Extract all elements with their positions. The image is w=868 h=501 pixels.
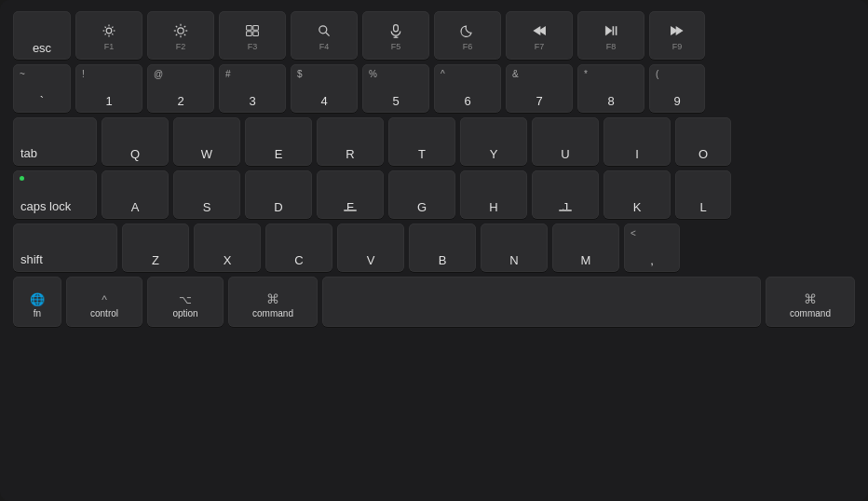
key-d[interactable]: D bbox=[245, 170, 312, 219]
key-i[interactable]: I bbox=[604, 117, 671, 166]
f4-label: F4 bbox=[319, 42, 330, 51]
svg-marker-33 bbox=[676, 27, 682, 34]
key-f4[interactable]: F4 bbox=[291, 11, 358, 60]
key-shift-left[interactable]: shift bbox=[13, 223, 117, 272]
key-b[interactable]: B bbox=[409, 223, 476, 272]
key-3[interactable]: # 3 bbox=[219, 64, 286, 113]
option-symbol-icon: ⌥ bbox=[179, 293, 192, 306]
keyboard: esc F1 bbox=[0, 0, 868, 501]
svg-line-8 bbox=[105, 34, 106, 34]
key-h[interactable]: H bbox=[460, 170, 527, 219]
key-option[interactable]: ⌥ option bbox=[147, 277, 224, 327]
key-control[interactable]: ^ control bbox=[66, 277, 142, 327]
mission-control-icon bbox=[245, 23, 260, 38]
f2-label: F2 bbox=[176, 42, 186, 51]
key-g[interactable]: G bbox=[388, 170, 455, 219]
key-j[interactable]: J bbox=[532, 170, 599, 219]
qwerty-row: tab Q W E R T Y U I O bbox=[13, 117, 855, 166]
l-label: L bbox=[699, 200, 706, 214]
fn-label: fn bbox=[34, 308, 41, 318]
x-label: X bbox=[224, 253, 232, 267]
key-2-bottom: 2 bbox=[177, 94, 183, 108]
q-label: Q bbox=[130, 147, 140, 161]
key-n[interactable]: N bbox=[481, 223, 548, 272]
key-e[interactable]: E bbox=[245, 117, 312, 166]
svg-point-9 bbox=[178, 28, 183, 34]
control-label: control bbox=[90, 308, 118, 318]
key-9-bottom: 9 bbox=[673, 94, 680, 108]
svg-marker-29 bbox=[605, 26, 611, 35]
key-l[interactable]: L bbox=[675, 170, 731, 219]
j-label: J bbox=[563, 200, 569, 214]
key-capslock[interactable]: caps lock bbox=[13, 170, 97, 219]
key-q[interactable]: Q bbox=[102, 117, 169, 166]
key-k[interactable]: K bbox=[604, 170, 671, 219]
key-f2[interactable]: F2 bbox=[147, 11, 214, 60]
zxcv-row: shift Z X C V B N M < , bbox=[13, 223, 855, 272]
key-5[interactable]: % 5 bbox=[362, 64, 429, 113]
key-f3[interactable]: F3 bbox=[219, 11, 286, 60]
key-f6[interactable]: F6 bbox=[434, 11, 501, 60]
m-label: M bbox=[581, 253, 591, 267]
key-backtick[interactable]: ~ ` bbox=[13, 64, 71, 113]
key-fn[interactable]: 🌐 fn bbox=[13, 277, 61, 327]
key-s[interactable]: S bbox=[173, 170, 240, 219]
f9-label: F9 bbox=[672, 42, 683, 51]
key-command-right[interactable]: ⌘ command bbox=[766, 277, 855, 327]
key-f1[interactable]: F1 bbox=[75, 11, 142, 60]
key-9-top: ( bbox=[656, 69, 658, 79]
key-w[interactable]: W bbox=[173, 117, 240, 166]
globe-icon: 🌐 bbox=[30, 292, 45, 306]
key-x[interactable]: X bbox=[194, 223, 261, 272]
key-a[interactable]: A bbox=[102, 170, 169, 219]
key-4[interactable]: $ 4 bbox=[291, 64, 358, 113]
z-label: Z bbox=[152, 253, 159, 267]
key-esc[interactable]: esc bbox=[13, 11, 71, 60]
key-v[interactable]: V bbox=[337, 223, 404, 272]
key-9[interactable]: ( 9 bbox=[649, 64, 705, 113]
key-o[interactable]: O bbox=[675, 117, 731, 166]
brightness-high-icon bbox=[173, 23, 188, 38]
microphone-icon bbox=[388, 23, 403, 38]
key-command-left[interactable]: ⌘ command bbox=[228, 277, 318, 327]
svg-rect-21 bbox=[253, 32, 259, 36]
f-bump bbox=[344, 210, 357, 211]
key-6[interactable]: ^ 6 bbox=[434, 64, 501, 113]
key-f9[interactable]: F9 bbox=[649, 11, 705, 60]
key-c[interactable]: C bbox=[265, 223, 332, 272]
key-u[interactable]: U bbox=[532, 117, 599, 166]
esc-label: esc bbox=[33, 41, 51, 55]
key-f7[interactable]: F7 bbox=[506, 11, 573, 60]
f6-label: F6 bbox=[463, 42, 473, 51]
key-8-bottom: 8 bbox=[607, 94, 614, 108]
key-comma[interactable]: < , bbox=[624, 223, 680, 272]
tab-label: tab bbox=[20, 146, 37, 160]
key-2[interactable]: @ 2 bbox=[147, 64, 214, 113]
key-6-bottom: 6 bbox=[464, 94, 470, 108]
svg-point-22 bbox=[319, 26, 327, 34]
key-m[interactable]: M bbox=[552, 223, 619, 272]
key-8[interactable]: * 8 bbox=[577, 64, 644, 113]
key-1[interactable]: ! 1 bbox=[75, 64, 142, 113]
key-r[interactable]: R bbox=[317, 117, 384, 166]
capslock-led bbox=[20, 176, 24, 181]
bottom-row: 🌐 fn ^ control ⌥ option ⌘ command bbox=[13, 277, 855, 327]
key-tab[interactable]: tab bbox=[13, 117, 97, 166]
key-f[interactable]: F bbox=[317, 170, 384, 219]
key-f5[interactable]: F5 bbox=[362, 11, 429, 60]
key-space[interactable] bbox=[322, 277, 761, 327]
brightness-low-icon bbox=[102, 23, 116, 38]
shift-label: shift bbox=[20, 252, 43, 266]
key-f8[interactable]: F8 bbox=[577, 11, 644, 60]
d-label: D bbox=[274, 200, 282, 214]
svg-rect-20 bbox=[247, 32, 252, 36]
key-y[interactable]: Y bbox=[460, 117, 527, 166]
key-z[interactable]: Z bbox=[122, 223, 189, 272]
svg-rect-18 bbox=[247, 25, 252, 30]
i-label: I bbox=[635, 147, 639, 161]
key-t[interactable]: T bbox=[388, 117, 455, 166]
key-7[interactable]: & 7 bbox=[506, 64, 573, 113]
number-row: ~ ` ! 1 @ 2 # 3 $ 4 % 5 ^ 6 & 7 bbox=[13, 64, 855, 113]
f7-label: F7 bbox=[535, 42, 545, 51]
a-label: A bbox=[131, 200, 140, 214]
